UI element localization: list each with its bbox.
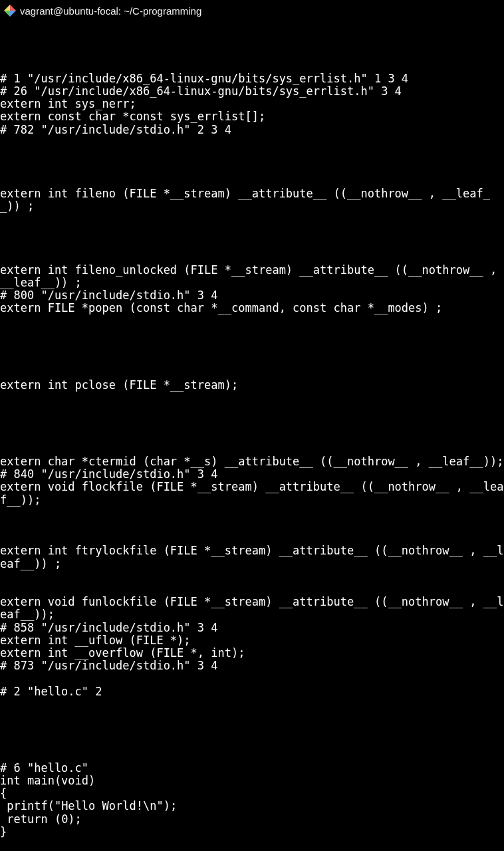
- svg-marker-2: [4, 5, 10, 11]
- window-title: vagrant@ubuntu-focal: ~/C-programming: [20, 5, 201, 17]
- terminal-app-icon: [4, 5, 16, 17]
- svg-marker-1: [10, 5, 16, 11]
- svg-marker-4: [10, 11, 16, 17]
- window-titlebar: vagrant@ubuntu-focal: ~/C-programming: [0, 0, 504, 21]
- terminal-output[interactable]: # 1 "/usr/include/x86_64-linux-gnu/bits/…: [0, 21, 504, 838]
- terminal-text: # 1 "/usr/include/x86_64-linux-gnu/bits/…: [0, 72, 503, 838]
